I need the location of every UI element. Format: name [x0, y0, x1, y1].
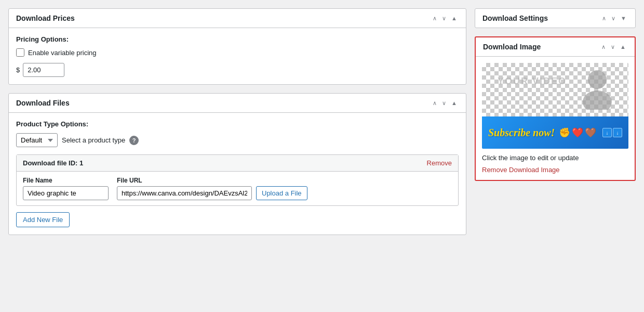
file-section: Download file ID: 1 Remove File Name Fil…	[16, 154, 459, 206]
price-input[interactable]	[23, 63, 64, 77]
download-image-controls: ∧ ∨ ▲	[600, 43, 627, 51]
download-image-header: Download Image ∧ ∨ ▲	[476, 37, 635, 57]
hand-icon: 🤎	[585, 127, 596, 138]
file-url-input[interactable]	[117, 186, 252, 200]
download-files-header: Download Files ∧ ∨ ▲	[9, 94, 466, 113]
fist-icon: ✊	[559, 127, 570, 138]
heart-icon: ❤️	[572, 127, 583, 138]
remove-download-image-link[interactable]: Remove Download Image	[482, 166, 560, 174]
settings-collapse-button[interactable]: ▼	[619, 15, 628, 22]
download-prices-title: Download Prices	[16, 14, 75, 22]
help-icon[interactable]: ?	[129, 136, 139, 145]
svg-point-0	[588, 70, 607, 89]
download-files-body: Product Type Options: Default Select a p…	[9, 113, 466, 235]
download-prices-controls: ∧ ∨ ▲	[431, 15, 459, 22]
price-symbol: $	[16, 66, 20, 74]
enable-variable-label[interactable]: Enable variable pricing	[28, 49, 97, 57]
file-section-title: Download file ID: 1	[23, 159, 83, 167]
files-collapse-button[interactable]: ▲	[450, 99, 459, 107]
download-image-thumbnail[interactable]: YOUR VIDEO Subscribe now! ✊ ❤️ 🤎	[482, 63, 628, 149]
file-url-label: File URL	[117, 177, 307, 184]
image-collapse-button[interactable]: ▲	[619, 43, 627, 51]
person-silhouette-icon	[582, 68, 613, 110]
download-prices-header: Download Prices ∧ ∨ ▲	[9, 9, 466, 28]
product-type-label: Product Type Options:	[16, 120, 459, 128]
subscribe-text: Subscribe now!	[488, 127, 555, 139]
remove-file-link[interactable]: Remove	[427, 159, 452, 167]
left-column: Download Prices ∧ ∨ ▲ Pricing Options: E…	[8, 8, 466, 304]
upload-file-button[interactable]: Upload a File	[256, 186, 307, 200]
download-settings-header: Download Settings ∧ ∨ ▼	[475, 9, 635, 28]
download-prices-panel: Download Prices ∧ ∨ ▲ Pricing Options: E…	[8, 8, 466, 85]
subscribe-icons: ✊ ❤️ 🤎	[559, 127, 596, 138]
download-image-body: YOUR VIDEO Subscribe now! ✊ ❤️ 🤎	[476, 57, 635, 180]
image-chevron-down-button[interactable]: ∨	[609, 43, 616, 51]
download-settings-title: Download Settings	[482, 14, 548, 22]
download-image-panel: Download Image ∧ ∨ ▲ YOUR VIDEO	[475, 36, 636, 181]
file-name-field: File Name	[23, 177, 109, 200]
file-name-label: File Name	[23, 177, 109, 184]
arrow-down-1: ↓	[602, 128, 612, 137]
file-name-input[interactable]	[23, 186, 109, 200]
enable-variable-checkbox[interactable]	[16, 48, 24, 57]
click-edit-text: Click the image to edit or update	[482, 154, 628, 162]
prices-chevron-up-button[interactable]: ∧	[431, 15, 438, 22]
product-type-row: Default Select a product type ?	[16, 133, 459, 147]
download-image-title: Download Image	[483, 43, 541, 51]
download-settings-panel: Download Settings ∧ ∨ ▼	[475, 8, 636, 28]
subscribe-arrows: ↓ ↓	[602, 128, 622, 137]
prices-chevron-down-button[interactable]: ∨	[440, 15, 448, 22]
image-chevron-up-button[interactable]: ∧	[600, 43, 607, 51]
file-url-row: Upload a File	[117, 186, 307, 200]
pricing-options-label: Pricing Options:	[16, 35, 459, 43]
file-url-field: File URL Upload a File	[117, 177, 307, 200]
files-chevron-down-button[interactable]: ∨	[440, 99, 448, 107]
add-new-file-button[interactable]: Add New File	[16, 212, 70, 227]
settings-chevron-up-button[interactable]: ∧	[600, 15, 608, 22]
download-files-title: Download Files	[16, 99, 70, 107]
svg-point-1	[583, 90, 612, 110]
files-chevron-up-button[interactable]: ∧	[431, 99, 438, 107]
price-row: $	[16, 63, 459, 77]
download-files-panel: Download Files ∧ ∨ ▲ Product Type Option…	[8, 93, 466, 235]
download-files-controls: ∧ ∨ ▲	[431, 99, 459, 107]
product-type-select[interactable]: Default	[16, 133, 58, 147]
download-settings-controls: ∧ ∨ ▼	[600, 15, 628, 22]
subscribe-banner: Subscribe now! ✊ ❤️ 🤎 ↓ ↓	[482, 116, 628, 149]
download-prices-body: Pricing Options: Enable variable pricing…	[9, 28, 466, 84]
select-product-type-label: Select a product type	[62, 136, 125, 144]
arrow-down-2: ↓	[613, 128, 622, 137]
enable-variable-row: Enable variable pricing	[16, 48, 459, 57]
right-column: Download Settings ∧ ∨ ▼ Download Image ∧…	[475, 8, 636, 304]
file-fields: File Name File URL Upload a File	[17, 172, 458, 205]
file-section-header: Download file ID: 1 Remove	[17, 155, 458, 172]
settings-chevron-down-button[interactable]: ∨	[610, 15, 617, 22]
prices-collapse-button[interactable]: ▲	[450, 15, 459, 22]
video-overlay-text: YOUR VIDEO	[498, 76, 567, 87]
